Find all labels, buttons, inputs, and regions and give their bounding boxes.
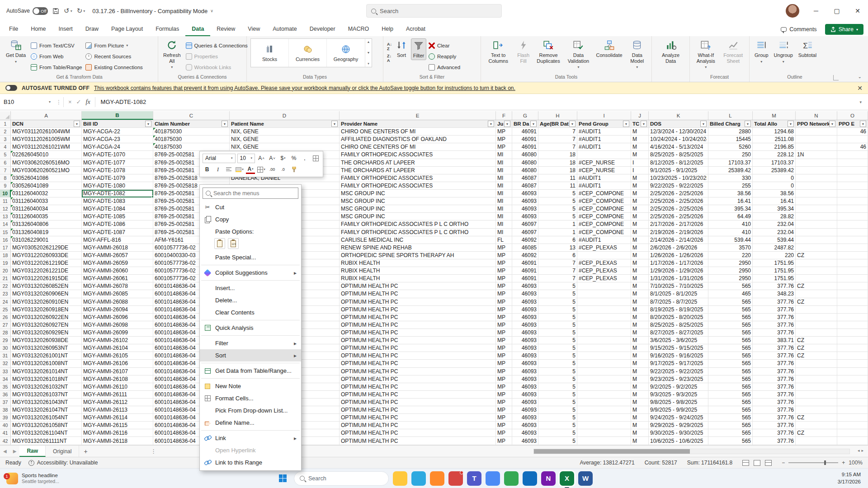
row-header-28[interactable]: 28 xyxy=(0,329,11,337)
cell-B25[interactable]: MGY-AMMI-26094 xyxy=(82,306,153,314)
cell-O29[interactable] xyxy=(837,337,868,344)
cell-L17[interactable]: 3570 xyxy=(708,244,753,252)
data-validation-button[interactable]: Data Validation▾ xyxy=(565,38,592,70)
cell-I5[interactable] xyxy=(577,151,631,159)
cell-B33[interactable]: MGY-AMMI-26107 xyxy=(82,368,153,375)
context-menu-item-paste-special[interactable]: Paste Special... xyxy=(200,251,301,263)
minimize-button[interactable]: ─ xyxy=(806,0,826,22)
cell-M12[interactable]: 395.34 xyxy=(753,205,796,213)
existing-connections-button[interactable]: Existing Connections xyxy=(85,62,142,72)
taskbar-app-edge[interactable] xyxy=(411,471,426,486)
cell-N23[interactable] xyxy=(796,290,837,298)
cell-K11[interactable]: 2/25/2026 - 2/25/2026 xyxy=(649,197,708,205)
cell-B27[interactable]: MGY-AMMI-26098 xyxy=(82,321,153,329)
cell-L33[interactable]: 565 xyxy=(708,368,753,375)
row-header-27[interactable]: 27 xyxy=(0,321,11,329)
cell-I31[interactable] xyxy=(577,352,631,360)
cell-G21[interactable]: 46091 xyxy=(512,275,538,282)
cell-B1[interactable]: Bill ID▼ xyxy=(82,120,153,128)
recent-sources-button[interactable]: Recent Sources xyxy=(85,52,142,61)
cell-C1[interactable]: Claim Number▼ xyxy=(153,120,230,128)
cell-F24[interactable]: MP xyxy=(496,298,512,306)
cancel-formula-icon[interactable]: × xyxy=(68,99,72,105)
cell-L37[interactable]: 565 xyxy=(708,399,753,406)
cell-O11[interactable] xyxy=(837,197,868,205)
cell-M8[interactable]: 0 xyxy=(753,174,796,182)
insert-function-icon[interactable]: fx xyxy=(86,99,90,106)
cell-K5[interactable]: 8/25/2025 - 8/25/2025 xyxy=(649,151,708,159)
cell-F41[interactable]: MP xyxy=(496,429,512,437)
cell-J40[interactable]: M xyxy=(631,422,649,429)
row-header-39[interactable]: 39 xyxy=(0,414,11,422)
filter-button-G[interactable]: ▼ xyxy=(530,121,537,127)
cell-G1[interactable]: BR Da▼ xyxy=(512,120,538,128)
cell-L12[interactable]: 395.34 xyxy=(708,205,753,213)
cell-A5[interactable]: 022626045010 xyxy=(11,151,82,159)
filter-button-H[interactable]: ▼ xyxy=(569,121,576,127)
cell-O3[interactable] xyxy=(837,136,868,143)
cell-A30[interactable]: MGY031320260953NT xyxy=(11,344,82,352)
cell-A17[interactable]: MGY030520262129DE xyxy=(11,244,82,252)
cell-N1[interactable]: PPO Network▼ xyxy=(796,120,837,128)
cell-G20[interactable]: 46091 xyxy=(512,267,538,275)
flash-fill-button[interactable]: Flash Fill xyxy=(514,38,532,65)
cell-K12[interactable]: 2/25/2026 - 2/25/2026 xyxy=(649,205,708,213)
cell-O16[interactable] xyxy=(837,236,868,244)
cell-I26[interactable] xyxy=(577,314,631,321)
row-header-6[interactable]: 6 xyxy=(0,159,11,167)
cell-I6[interactable]: #CEP_NURSE xyxy=(577,159,631,167)
cell-J32[interactable]: M xyxy=(631,360,649,367)
cell-N35[interactable] xyxy=(796,383,837,391)
cell-L7[interactable]: 25389.42 xyxy=(708,167,753,174)
enter-formula-icon[interactable]: ✓ xyxy=(76,99,81,105)
ribbon-tab-formulas[interactable]: Formulas xyxy=(149,23,185,36)
cell-L31[interactable]: 565 xyxy=(708,352,753,360)
cell-G8[interactable]: 46087 xyxy=(512,174,538,182)
filter-button-M[interactable]: ▼ xyxy=(788,121,794,127)
cell-I25[interactable] xyxy=(577,306,631,314)
cell-O42[interactable] xyxy=(837,437,868,445)
cell-A16[interactable]: 031026229001 xyxy=(11,236,82,244)
cell-N10[interactable] xyxy=(796,190,837,197)
cell-L30[interactable]: 565 xyxy=(708,344,753,352)
cell-L42[interactable]: 565 xyxy=(708,437,753,445)
cell-I36[interactable] xyxy=(577,391,631,399)
cell-K15[interactable]: 2/19/2026 - 2/19/2026 xyxy=(649,229,708,236)
cell-O10[interactable] xyxy=(837,190,868,197)
cell-O30[interactable] xyxy=(837,344,868,352)
analyze-data-button[interactable]: Analyze Data xyxy=(656,38,686,65)
cell-E31[interactable]: OPTIMUM HEALTH PC xyxy=(340,352,496,360)
row-header-1[interactable]: 1 xyxy=(0,120,11,128)
autosave-toggle[interactable]: AutoSave Off xyxy=(6,7,48,15)
cell-K14[interactable]: 2/17/2026 - 2/17/2026 xyxy=(649,221,708,228)
cell-G31[interactable]: 46093 xyxy=(512,352,538,360)
cell-B38[interactable]: MGY-AMMI-26113 xyxy=(82,406,153,414)
taskbar-app-excel[interactable]: X xyxy=(560,471,574,486)
cell-I22[interactable] xyxy=(577,282,631,290)
cell-O34[interactable] xyxy=(837,375,868,383)
cell-H2[interactable]: 7 xyxy=(538,128,577,136)
cell-H35[interactable]: 5 xyxy=(538,383,577,391)
user-avatar[interactable] xyxy=(786,4,799,18)
cell-O8[interactable] xyxy=(837,174,868,182)
ribbon-tab-acrobat[interactable]: Acrobat xyxy=(400,23,432,36)
cell-A21[interactable]: MGY031220261915DE xyxy=(11,275,82,282)
row-header-11[interactable]: 11 xyxy=(0,197,11,205)
cell-B31[interactable]: MGY-AMMI-26105 xyxy=(82,352,153,360)
cell-A4[interactable]: MGY031120261021WM xyxy=(11,143,82,151)
cell-E32[interactable]: OPTIMUM HEALTH PC xyxy=(340,360,496,367)
cell-L11[interactable]: 16.41 xyxy=(708,197,753,205)
save-icon[interactable] xyxy=(52,8,59,14)
cell-J36[interactable]: M xyxy=(631,391,649,399)
taskbar-app-file-explorer[interactable] xyxy=(393,471,407,486)
cell-L19[interactable]: 2950 xyxy=(708,259,753,267)
cell-A33[interactable]: MGY031320261014NT xyxy=(11,368,82,375)
cell-O5[interactable] xyxy=(837,151,868,159)
cell-H34[interactable]: 5 xyxy=(538,375,577,383)
cell-F25[interactable]: MP xyxy=(496,306,512,314)
taskbar-app-onenote[interactable]: N xyxy=(541,471,556,486)
format-table-icon[interactable] xyxy=(311,154,320,163)
selected-cell-outline[interactable] xyxy=(82,190,153,197)
cell-J39[interactable]: M xyxy=(631,414,649,422)
advanced-filter-button[interactable]: Advanced xyxy=(429,62,460,72)
